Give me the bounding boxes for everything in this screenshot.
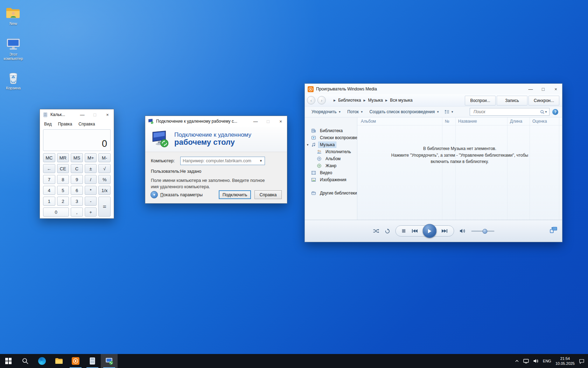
volume-icon[interactable]	[533, 359, 539, 363]
column-header[interactable]: Название	[455, 119, 507, 124]
minimize-button[interactable]: —	[76, 109, 89, 120]
calc-key[interactable]: =	[98, 197, 111, 217]
shuffle-button[interactable]	[373, 229, 379, 233]
sidebar-item-video[interactable]: Видео	[305, 169, 357, 176]
search-icon[interactable]	[540, 110, 545, 114]
breadcrumb-item[interactable]: Музыка	[368, 98, 383, 103]
view-options-button[interactable]: ▼	[444, 110, 454, 114]
desktop-icon-recycle-bin[interactable]: Корзина	[1, 70, 26, 90]
breadcrumb-item[interactable]: Библиотека	[338, 98, 361, 103]
volume-slider-knob[interactable]	[482, 229, 487, 234]
calc-key[interactable]: MC	[43, 153, 55, 162]
back-button[interactable]: ‹	[307, 96, 315, 104]
sidebar-item-library[interactable]: Библиотека	[305, 127, 357, 134]
create-playlist-button[interactable]: Создать список воспроизведения▼	[366, 108, 443, 115]
sidebar-item-pictures[interactable]: Изображения	[305, 176, 357, 183]
network-icon[interactable]	[523, 359, 529, 363]
minimize-button[interactable]: —	[524, 84, 537, 94]
taskbar-search-button[interactable]	[17, 354, 34, 368]
calc-key[interactable]: M-	[98, 153, 111, 162]
calc-key[interactable]: 1/x	[98, 186, 111, 195]
help-button[interactable]: Справка	[254, 190, 282, 199]
sidebar-item-other[interactable]: Другие библиотеки	[305, 190, 357, 197]
tray-chevron-up-icon[interactable]	[515, 359, 519, 363]
calc-key[interactable]: C	[71, 164, 83, 173]
taskbar-explorer-button[interactable]	[50, 354, 67, 368]
wmp-tab[interactable]: Запись	[497, 96, 527, 105]
maximize-button[interactable]: □	[262, 116, 274, 127]
calc-key[interactable]: -	[85, 197, 97, 206]
calc-key[interactable]: 1	[43, 197, 55, 206]
repeat-button[interactable]	[384, 229, 390, 234]
forward-button[interactable]: ›	[317, 96, 326, 104]
calc-key[interactable]: ←	[43, 164, 55, 173]
show-options-link[interactable]: ▼ Показать параметры	[150, 191, 219, 198]
taskbar-rdp-button[interactable]	[101, 354, 118, 368]
column-header[interactable]: Альбом	[357, 119, 442, 124]
desktop-icon-new-folder[interactable]: New	[1, 6, 26, 26]
calc-menu-item[interactable]: Справка	[78, 122, 95, 127]
chevron-down-icon[interactable]: ▼	[545, 110, 547, 114]
column-header[interactable]: Оценка	[530, 119, 559, 124]
calc-key[interactable]: CE	[57, 164, 69, 173]
chevron-down-icon[interactable]: ▼	[259, 159, 262, 163]
search-box[interactable]: ▼	[470, 108, 550, 116]
calc-key[interactable]: 8	[57, 175, 69, 184]
calc-menu-item[interactable]: Вид	[44, 122, 52, 127]
volume-slider[interactable]	[471, 231, 494, 232]
taskbar-calculator-button[interactable]	[84, 354, 101, 368]
calc-key[interactable]: %	[98, 175, 111, 184]
switch-to-now-playing-button[interactable]	[550, 227, 557, 235]
calc-key[interactable]: 3	[71, 197, 83, 206]
calc-key[interactable]: 6	[71, 186, 83, 195]
next-button[interactable]	[441, 229, 447, 233]
rdp-titlebar[interactable]: Подключение к удаленному рабочему с... —…	[145, 116, 287, 127]
computer-combobox[interactable]: Например: computer.fabrikam.com ▼	[180, 157, 265, 165]
calculator-titlebar[interactable]: Кальк... — □ ×	[40, 109, 114, 120]
close-button[interactable]: ×	[274, 116, 287, 127]
sidebar-item-playlist[interactable]: Списки воспроизве	[305, 134, 357, 141]
close-button[interactable]: ×	[101, 109, 114, 120]
mute-button[interactable]	[459, 229, 466, 233]
stop-button[interactable]	[402, 229, 405, 233]
help-icon[interactable]: ?	[552, 109, 558, 115]
connect-button[interactable]: Подключить	[219, 190, 251, 199]
taskbar-clock[interactable]: 21:54 10.05.2025	[555, 356, 575, 366]
language-indicator[interactable]: ENG	[543, 359, 551, 363]
calc-key[interactable]: MS	[71, 153, 83, 162]
breadcrumb-item[interactable]: Вся музыка	[390, 98, 413, 103]
start-button[interactable]	[0, 354, 17, 368]
calc-key[interactable]: +	[85, 207, 97, 217]
calc-key[interactable]: /	[85, 175, 97, 184]
minimize-button[interactable]: —	[249, 116, 262, 127]
column-header[interactable]: Длина	[507, 119, 530, 124]
calc-key[interactable]: 5	[57, 186, 69, 195]
stream-button[interactable]: Поток▼	[344, 108, 366, 115]
play-button[interactable]	[422, 224, 436, 238]
tree-expander-icon[interactable]: ▼	[306, 143, 309, 146]
sidebar-item-music[interactable]: ▼Музыка	[305, 141, 357, 148]
calc-key[interactable]: 9	[71, 175, 83, 184]
search-input[interactable]	[473, 109, 540, 115]
maximize-button[interactable]: □	[89, 109, 101, 120]
taskbar-wmp-button[interactable]	[67, 354, 84, 368]
chevron-down-circle-icon[interactable]: ▼	[150, 191, 158, 198]
close-button[interactable]: ×	[550, 84, 562, 94]
column-header[interactable]: №	[442, 119, 455, 124]
calc-key[interactable]: √	[98, 164, 111, 173]
calc-key[interactable]: 4	[43, 186, 55, 195]
calc-key[interactable]: MR	[57, 153, 69, 162]
calc-menu-item[interactable]: Правка	[58, 122, 72, 127]
sidebar-item-genre[interactable]: Жанр	[305, 162, 357, 169]
desktop-icon-this-pc[interactable]: Этот компьютер	[1, 36, 26, 61]
taskbar-edge-button[interactable]	[34, 354, 50, 368]
maximize-button[interactable]: □	[537, 84, 550, 94]
wmp-titlebar[interactable]: Проигрыватель Windows Media — □ ×	[305, 84, 562, 94]
calc-key[interactable]: ,	[71, 207, 83, 217]
calc-key[interactable]: 0	[43, 207, 69, 217]
sidebar-item-artist[interactable]: Исполнитель	[305, 148, 357, 155]
action-center-icon[interactable]	[579, 359, 584, 364]
calc-key[interactable]: M+	[85, 153, 97, 162]
wmp-tab[interactable]: Воспрои...	[465, 96, 496, 105]
sidebar-item-album[interactable]: Альбом	[305, 155, 357, 162]
